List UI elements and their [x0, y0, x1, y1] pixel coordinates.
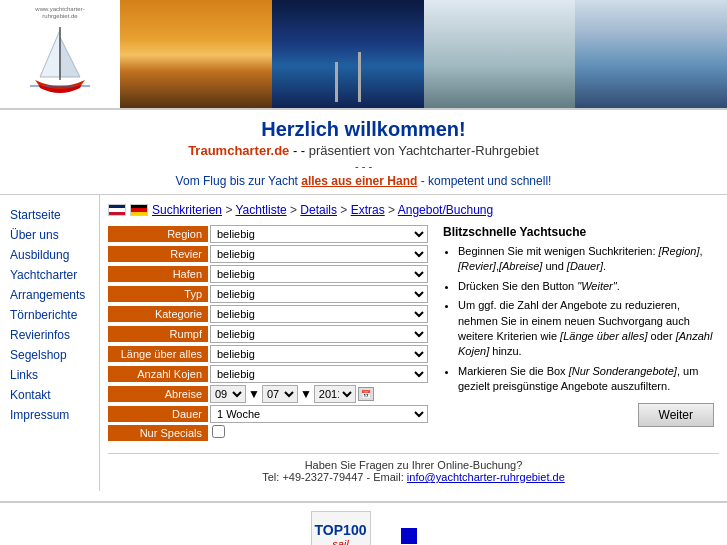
abreise-month-select[interactable]: 07	[262, 385, 298, 403]
weiter-button[interactable]: Weiter	[638, 403, 714, 427]
abreise-year-select[interactable]: 2011	[314, 385, 356, 403]
separator-line: - - -	[0, 160, 727, 172]
tip-4: Markieren Sie die Box [Nur Sonderangebot…	[458, 364, 714, 395]
logo-link[interactable]: www.yachtcharter-ruhrgebiet.de	[20, 6, 100, 102]
abreise-control: 09 ▼ 07 ▼ 2011 📅	[210, 385, 428, 403]
top100-badge[interactable]: TOP100 sail	[311, 511, 371, 545]
kategorie-control: beliebig	[210, 305, 428, 323]
revier-control: beliebig	[210, 245, 428, 263]
bottom-footer: TOP100 sail	[0, 501, 727, 545]
sidebar-item-toernberichte[interactable]: Törnberichte	[0, 305, 99, 325]
tip-1: Beginnen Sie mit wenigen Suchkriterien: …	[458, 244, 714, 275]
sidebar-item-kontakt[interactable]: Kontakt	[0, 385, 99, 405]
right-panel-title: Blitzschnelle Yachtsuche	[443, 225, 714, 239]
sidebar-item-impressum[interactable]: Impressum	[0, 405, 99, 425]
laenge-label: Länge über alles	[108, 346, 208, 362]
dauer-label: Dauer	[108, 406, 208, 422]
nur-specials-checkbox[interactable]	[212, 425, 225, 438]
hafen-row: Hafen beliebig	[108, 265, 428, 283]
brand-line: Traumcharter.de - - präsentiert von Yach…	[0, 143, 727, 158]
sidebar-item-startseite[interactable]: Startseite	[0, 205, 99, 225]
typ-control: beliebig	[210, 285, 428, 303]
search-area: Region beliebig Revier beliebig	[108, 225, 719, 443]
flag-gb-icon[interactable]	[108, 204, 126, 216]
calendar-icon[interactable]: 📅	[358, 387, 374, 401]
region-select[interactable]: beliebig	[210, 225, 428, 243]
sidebar-item-links[interactable]: Links	[0, 365, 99, 385]
header-image-3	[424, 0, 576, 108]
breadcrumb-text: Suchkriterien > Yachtliste > Details > E…	[152, 203, 493, 217]
tip-2: Drücken Sie den Button "Weiter".	[458, 279, 714, 294]
sidebar-item-ausbildung[interactable]: Ausbildung	[0, 245, 99, 265]
revier-select[interactable]: beliebig	[210, 245, 428, 263]
contact-details: Tel: +49-2327-79447 - Email: info@yachtc…	[108, 471, 719, 483]
breadcrumb-suchkriterien[interactable]: Suchkriterien	[152, 203, 222, 217]
laenge-control: beliebig	[210, 345, 428, 363]
laenge-select[interactable]: beliebig	[210, 345, 428, 363]
typ-label: Typ	[108, 286, 208, 302]
right-panel-tips: Beginnen Sie mit wenigen Suchkriterien: …	[443, 244, 714, 395]
sidebar-item-revierinfos[interactable]: Revierinfos	[0, 325, 99, 345]
contact-question: Haben Sie Fragen zu Ihrer Online-Buchung…	[108, 459, 719, 471]
sidebar-item-ueber-uns[interactable]: Über uns	[0, 225, 99, 245]
logo-url-text: www.yachtcharter-ruhrgebiet.de	[35, 6, 84, 20]
search-form: Region beliebig Revier beliebig	[108, 225, 428, 443]
content-area: Suchkriterien > Yachtliste > Details > E…	[100, 195, 727, 491]
svg-marker-0	[40, 30, 60, 77]
laenge-row: Länge über alles beliebig	[108, 345, 428, 363]
sail-text: sail	[332, 538, 349, 545]
region-row: Region beliebig	[108, 225, 428, 243]
main-area: Startseite Über uns Ausbildung Yachtchar…	[0, 195, 727, 491]
abreise-row: Abreise 09 ▼ 07 ▼ 2011	[108, 385, 428, 403]
breadcrumb-details[interactable]: Details	[300, 203, 337, 217]
dauer-row: Dauer 1 Woche 2 Wochen 3 Wochen	[108, 405, 428, 423]
top100-text: TOP100	[315, 522, 367, 538]
rumpf-label: Rumpf	[108, 326, 208, 342]
dauer-select[interactable]: 1 Woche 2 Wochen 3 Wochen	[210, 405, 428, 423]
rumpf-row: Rumpf beliebig	[108, 325, 428, 343]
tel-label: Tel:	[262, 471, 279, 483]
traumcharter-link[interactable]: Traumcharter.de	[188, 143, 289, 158]
slogan-link[interactable]: alles aus einer Hand	[301, 174, 417, 188]
rumpf-select[interactable]: beliebig	[210, 325, 428, 343]
slogan-prefix: Vom Flug bis zur Yacht	[176, 174, 302, 188]
nur-specials-control	[212, 425, 428, 441]
slogan-suffix: - kompetent und schnell!	[421, 174, 552, 188]
kojen-select[interactable]: beliebig	[210, 365, 428, 383]
kojen-label: Anzahl Kojen	[108, 366, 208, 382]
logo-area[interactable]: www.yachtcharter-ruhrgebiet.de	[0, 0, 120, 108]
abreise-day-select[interactable]: 09	[210, 385, 246, 403]
flag-de-icon[interactable]	[130, 204, 148, 216]
revier-label: Revier	[108, 246, 208, 262]
header-images	[120, 0, 727, 108]
revier-row: Revier beliebig	[108, 245, 428, 263]
sidebar-item-yachtcharter[interactable]: Yachtcharter	[0, 265, 99, 285]
email-link[interactable]: info@yachtcharter-ruhrgebiet.de	[407, 471, 565, 483]
slogan-line: Vom Flug bis zur Yacht alles aus einer H…	[0, 174, 727, 188]
tip-3: Um ggf. die Zahl der Angebote zu reduzie…	[458, 298, 714, 360]
sidebar-item-arrangements[interactable]: Arrangements	[0, 285, 99, 305]
sidebar-item-segelshop[interactable]: Segelshop	[0, 345, 99, 365]
welcome-title: Herzlich willkommen!	[0, 118, 727, 141]
abreise-label: Abreise	[108, 386, 208, 402]
kategorie-select[interactable]: beliebig	[210, 305, 428, 323]
kojen-control: beliebig	[210, 365, 428, 383]
nur-specials-row: Nur Specials	[108, 425, 428, 441]
kojen-row: Anzahl Kojen beliebig	[108, 365, 428, 383]
breadcrumb-angebot-buchung[interactable]: Angebot/Buchung	[398, 203, 493, 217]
typ-select[interactable]: beliebig	[210, 285, 428, 303]
brand-separator: - -	[293, 143, 309, 158]
page-header: www.yachtcharter-ruhrgebiet.de	[0, 0, 727, 110]
sailboat-logo	[20, 22, 100, 102]
header-image-4	[575, 0, 727, 108]
kategorie-label: Kategorie	[108, 306, 208, 322]
region-label: Region	[108, 226, 208, 242]
breadcrumb-extras[interactable]: Extras	[351, 203, 385, 217]
hafen-control: beliebig	[210, 265, 428, 283]
weiter-row: Weiter	[443, 403, 714, 427]
header-image-2	[272, 0, 424, 108]
svg-marker-1	[60, 37, 80, 77]
hafen-select[interactable]: beliebig	[210, 265, 428, 283]
right-panel: Blitzschnelle Yachtsuche Beginnen Sie mi…	[438, 225, 719, 443]
breadcrumb-yachtliste[interactable]: Yachtliste	[236, 203, 287, 217]
